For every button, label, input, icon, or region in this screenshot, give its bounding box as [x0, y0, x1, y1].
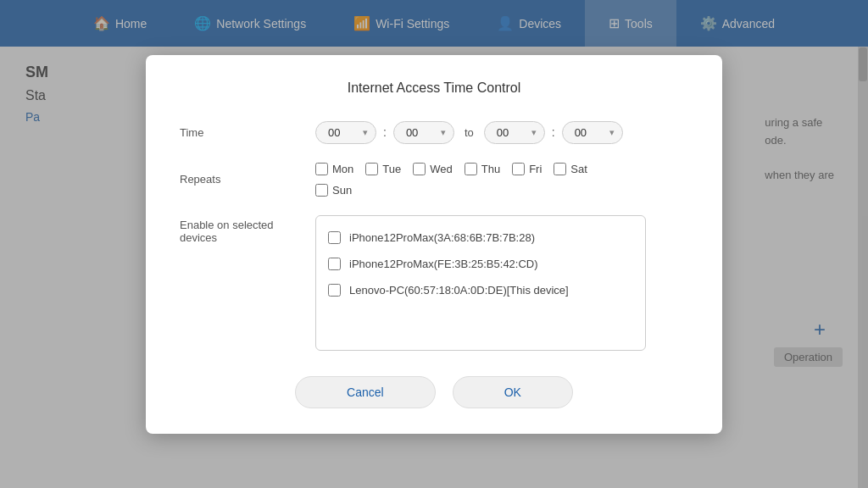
modal-title: Internet Access Time Control	[180, 80, 688, 96]
device-item-dev1[interactable]: iPhone12ProMax(3A:68:6B:7B:7B:28)	[328, 225, 633, 251]
day-mon-label: Mon	[332, 163, 353, 175]
modal-footer: Cancel OK	[180, 376, 688, 408]
device-dev3-checkbox[interactable]	[328, 284, 341, 297]
repeats-group-row2: Sun	[315, 184, 587, 197]
device-dev3-label: Lenovo-PC(60:57:18:0A:0D:DE)[This device…	[349, 284, 569, 297]
device-item-dev2[interactable]: iPhone12ProMax(FE:3B:25:B5:42:CD)	[328, 251, 633, 277]
time-to-minute-wrap: 0001020304050607080910111213141516171819…	[562, 121, 623, 144]
devices-box: iPhone12ProMax(3A:68:6B:7B:7B:28)iPhone1…	[315, 215, 646, 351]
device-dev1-label: iPhone12ProMax(3A:68:6B:7B:7B:28)	[349, 231, 535, 244]
time-colon-2: :	[548, 125, 559, 139]
day-wed[interactable]: Wed	[413, 163, 453, 175]
day-mon-checkbox[interactable]	[315, 163, 328, 175]
ok-button[interactable]: OK	[453, 376, 573, 408]
time-colon-1: :	[380, 125, 390, 139]
repeats-group-container: MonTueWedThuFriSat Sun	[315, 163, 587, 197]
time-label: Time	[180, 126, 315, 139]
time-from-hour-wrap: 0001020304050607080910111213141516171819…	[315, 121, 376, 144]
modal-overlay: Internet Access Time Control Time 000102…	[0, 0, 868, 488]
device-dev2-label: iPhone12ProMax(FE:3B:25:B5:42:CD)	[349, 258, 538, 270]
time-to-text: to	[458, 126, 481, 139]
day-thu-checkbox[interactable]	[465, 163, 477, 175]
day-mon[interactable]: Mon	[315, 163, 353, 175]
day-sun[interactable]: Sun	[315, 184, 352, 197]
time-from-hour-select[interactable]: 0001020304050607080910111213141516171819…	[315, 121, 376, 144]
day-sat[interactable]: Sat	[554, 163, 587, 175]
time-to-minute-select[interactable]: 0001020304050607080910111213141516171819…	[562, 121, 623, 144]
device-dev2-checkbox[interactable]	[328, 258, 341, 270]
device-dev1-checkbox[interactable]	[328, 231, 341, 244]
day-sun-label: Sun	[332, 184, 352, 197]
day-sun-checkbox[interactable]	[315, 184, 328, 197]
day-wed-label: Wed	[430, 163, 453, 175]
devices-row: Enable on selected devices iPhone12ProMa…	[180, 215, 688, 351]
time-from-minute-wrap: 0001020304050607080910111213141516171819…	[393, 121, 454, 144]
day-tue-label: Tue	[382, 163, 401, 175]
day-thu-label: Thu	[481, 163, 500, 175]
repeats-group: MonTueWedThuFriSat	[315, 163, 587, 175]
time-to-hour-wrap: 0001020304050607080910111213141516171819…	[484, 121, 545, 144]
day-sat-checkbox[interactable]	[554, 163, 566, 175]
time-from-minute-select[interactable]: 0001020304050607080910111213141516171819…	[393, 121, 454, 144]
day-fri[interactable]: Fri	[512, 163, 542, 175]
day-fri-label: Fri	[529, 163, 542, 175]
day-tue-checkbox[interactable]	[365, 163, 378, 175]
time-to-hour-select[interactable]: 0001020304050607080910111213141516171819…	[484, 121, 545, 144]
enable-devices-label: Enable on selected devices	[180, 219, 315, 244]
cancel-button[interactable]: Cancel	[295, 376, 436, 408]
day-tue[interactable]: Tue	[365, 163, 401, 175]
device-item-dev3[interactable]: Lenovo-PC(60:57:18:0A:0D:DE)[This device…	[328, 277, 633, 303]
time-row: Time 00010203040506070809101112131415161…	[180, 121, 688, 144]
modal: Internet Access Time Control Time 000102…	[146, 55, 722, 434]
day-thu[interactable]: Thu	[465, 163, 500, 175]
repeats-row: Repeats MonTueWedThuFriSat Sun	[180, 163, 688, 197]
time-group: 0001020304050607080910111213141516171819…	[315, 121, 623, 144]
repeats-label: Repeats	[180, 173, 315, 186]
day-wed-checkbox[interactable]	[413, 163, 426, 175]
day-fri-checkbox[interactable]	[512, 163, 525, 175]
day-sat-label: Sat	[570, 163, 587, 175]
